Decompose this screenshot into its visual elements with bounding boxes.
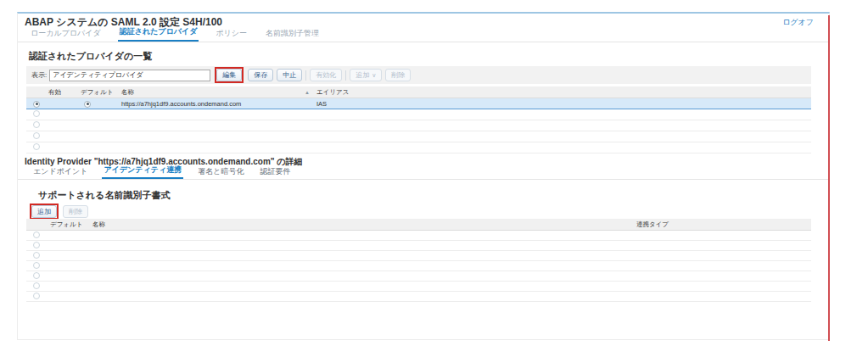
logoff-link[interactable]: ログオフ xyxy=(782,17,814,28)
trusted-providers-heading: 認証されたプロバイダの一覧 xyxy=(29,50,152,63)
table-row-empty xyxy=(26,251,811,261)
sort-ascending-icon[interactable]: ▲ xyxy=(305,90,310,95)
nameid-table-header: デフォルト 名称 連携タイプ xyxy=(26,219,811,231)
default-radio[interactable] xyxy=(84,101,91,108)
providers-table-header: 有効 デフォルト 名称 ▲ エイリアス xyxy=(26,86,811,98)
screenshot-canvas: ABAP システムの SAML 2.0 設定 S4H/100 ログオフ ローカル… xyxy=(0,0,868,357)
col-enabled: 有効 xyxy=(45,88,77,97)
row-select-radio[interactable] xyxy=(33,121,40,128)
row-select-radio[interactable] xyxy=(33,231,40,238)
col-default: デフォルト xyxy=(77,88,118,97)
providers-table: 有効 デフォルト 名称 ▲ エイリアス https://a7hjq1df9.ac… xyxy=(26,86,811,153)
row-select-radio[interactable] xyxy=(33,252,40,259)
table-row-empty xyxy=(26,282,811,292)
edit-button[interactable]: 編集 xyxy=(216,69,242,81)
show-filter-label: 表示: xyxy=(31,70,47,80)
annotation-box-edit: 編集 xyxy=(215,67,244,83)
table-row-empty xyxy=(26,271,811,282)
nameid-formats-heading: サポートされる名前識別子書式 xyxy=(38,189,171,202)
table-row-empty xyxy=(26,131,811,142)
provider-alias: IAS xyxy=(313,100,811,108)
main-tabstrip: ローカルプロバイダ 認証されたプロバイダ ポリシー 名前識別子管理 xyxy=(18,28,829,42)
add-provider-button-label: 追加 xyxy=(356,70,369,80)
show-filter-input[interactable] xyxy=(49,70,210,81)
table-row-empty xyxy=(26,142,811,153)
toolbar-separator xyxy=(305,70,306,81)
tab-name-id-management[interactable]: 名前識別子管理 xyxy=(264,26,321,42)
col-default: デフォルト xyxy=(47,220,89,229)
row-select-radio[interactable] xyxy=(33,272,40,279)
row-select-radio[interactable] xyxy=(33,293,40,299)
tab-trusted-providers[interactable]: 認証されたプロバイダ xyxy=(118,25,199,42)
row-select-radio[interactable] xyxy=(33,132,40,139)
table-row-empty xyxy=(26,231,811,241)
col-name: 名称 xyxy=(121,88,134,97)
tab-auth-requirements[interactable]: 認証要件 xyxy=(258,165,292,179)
add-provider-button: 追加 ∨ xyxy=(350,69,382,81)
tab-policy[interactable]: ポリシー xyxy=(214,26,249,42)
annotation-box-add: 追加 xyxy=(30,204,59,220)
delete-nameid-button: 削除 xyxy=(63,205,88,218)
table-row-empty xyxy=(26,120,811,131)
table-row-empty xyxy=(26,109,811,120)
row-select-radio[interactable] xyxy=(33,282,40,289)
tab-local-provider[interactable]: ローカルプロバイダ xyxy=(29,26,103,42)
table-row-empty xyxy=(26,292,811,302)
row-select-radio[interactable] xyxy=(33,101,40,108)
delete-provider-button: 削除 xyxy=(385,69,411,81)
col-name: 名称 xyxy=(89,220,633,229)
table-row-empty xyxy=(26,261,811,271)
toolbar-separator xyxy=(345,70,346,81)
save-button[interactable]: 保存 xyxy=(248,69,273,81)
saml-config-window: ABAP システムの SAML 2.0 設定 S4H/100 ログオフ ローカル… xyxy=(17,12,830,340)
row-select-radio[interactable] xyxy=(33,110,40,117)
row-select-radio[interactable] xyxy=(33,143,40,150)
tab-identity-federation[interactable]: アイデンティティ連携 xyxy=(102,164,183,179)
nameid-toolbar: 追加 削除 xyxy=(29,204,88,220)
nameid-table: デフォルト 名称 連携タイプ xyxy=(26,219,811,302)
provider-name: https://a7hjq1df9.accounts.ondemand.com xyxy=(118,100,313,108)
providers-toolbar: 表示: 編集 保存 中止 有効化 追加 ∨ 削除 xyxy=(26,66,811,84)
activate-button: 有効化 xyxy=(310,69,342,81)
red-edge-annotation-line xyxy=(828,15,830,341)
col-federation-type: 連携タイプ xyxy=(633,220,811,229)
col-alias: エイリアス xyxy=(313,88,811,97)
row-select-radio[interactable] xyxy=(33,262,40,269)
tab-signature-encryption[interactable]: 署名と暗号化 xyxy=(196,165,245,179)
table-row-empty xyxy=(26,241,811,251)
add-nameid-button[interactable]: 追加 xyxy=(31,205,57,218)
tab-endpoint[interactable]: エンドポイント xyxy=(31,165,89,179)
chevron-down-icon: ∨ xyxy=(372,72,376,78)
cancel-button[interactable]: 中止 xyxy=(277,69,302,81)
table-row[interactable]: https://a7hjq1df9.accounts.ondemand.com … xyxy=(26,98,811,109)
details-tabstrip: エンドポイント アイデンティティ連携 署名と暗号化 認証要件 xyxy=(18,167,829,180)
row-select-radio[interactable] xyxy=(33,242,40,248)
